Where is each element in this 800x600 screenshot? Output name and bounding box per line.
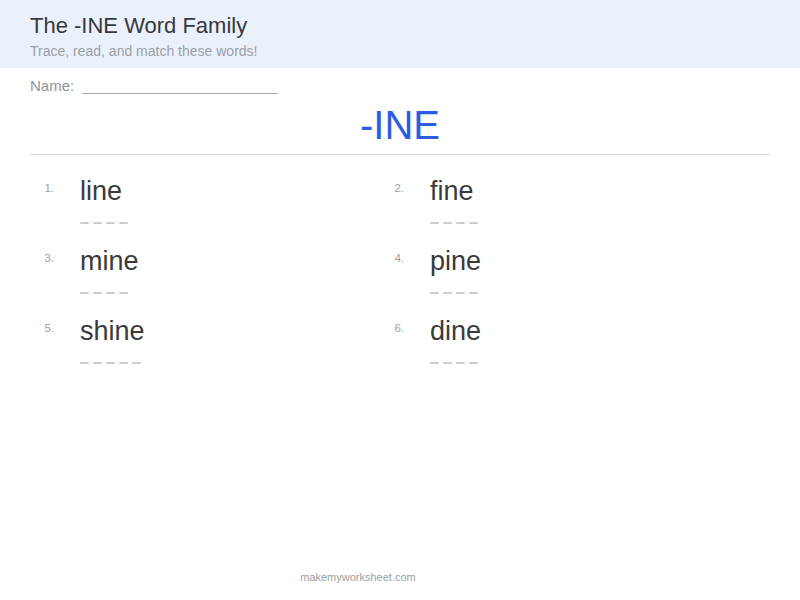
name-label: Name: xyxy=(30,77,74,94)
word-text: fine xyxy=(430,176,474,206)
page-subtitle: Trace, read, and match these words! xyxy=(30,43,800,59)
trace-dashes xyxy=(430,292,478,294)
word-number: 5. xyxy=(38,322,54,334)
word-item: 5. shine xyxy=(38,316,338,378)
word-number: 6. xyxy=(388,322,404,334)
trace-dashes xyxy=(80,292,128,294)
word-text: pine xyxy=(430,246,481,276)
page-footer: makemyworksheet.com xyxy=(0,571,716,583)
word-number: 3. xyxy=(38,252,54,264)
word-number: 4. xyxy=(388,252,404,264)
word-item: 6. dine xyxy=(388,316,688,378)
word-item: 4. pine xyxy=(388,246,688,308)
site-watermark: makemyworksheet.com xyxy=(300,571,416,583)
word-number: 2. xyxy=(388,182,404,194)
divider-rule xyxy=(30,154,770,155)
trace-dashes xyxy=(80,362,141,364)
name-row: Name: xyxy=(30,77,278,94)
name-blank-line[interactable] xyxy=(82,79,278,94)
word-text: shine xyxy=(80,316,145,346)
word-text: dine xyxy=(430,316,481,346)
trace-dashes xyxy=(80,222,128,224)
word-text: mine xyxy=(80,246,139,276)
trace-dashes xyxy=(430,222,478,224)
word-text: line xyxy=(80,176,122,206)
page-title: The -INE Word Family xyxy=(30,13,800,38)
trace-dashes xyxy=(430,362,478,364)
word-item: 2. fine xyxy=(388,176,688,238)
word-item: 1. line xyxy=(38,176,338,238)
word-number: 1. xyxy=(38,182,54,194)
worksheet-page: The -INE Word Family Trace, read, and ma… xyxy=(0,0,800,600)
word-item: 3. mine xyxy=(38,246,338,308)
page-header: The -INE Word Family Trace, read, and ma… xyxy=(0,0,800,68)
family-heading: -INE xyxy=(0,103,800,147)
